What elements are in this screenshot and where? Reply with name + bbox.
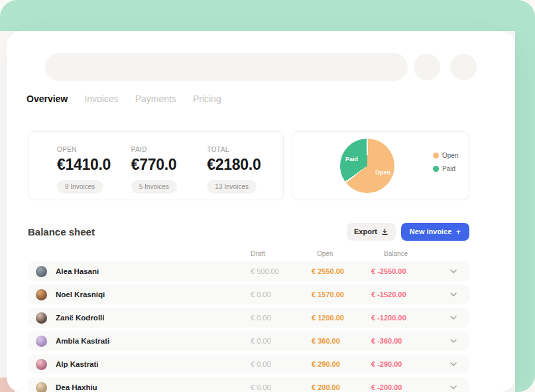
row-expand-chevron[interactable] bbox=[438, 339, 469, 343]
tab[interactable]: Invoices bbox=[84, 92, 118, 105]
table-row[interactable]: Alp Kastrati € 0.00 € 290.00 € -290.00 bbox=[28, 354, 469, 374]
stat-label: PAID bbox=[131, 146, 208, 153]
stat-invoice-count-badge: 5 Invoices bbox=[131, 180, 177, 194]
balance-sheet-header: Balance sheet Export New invoice + bbox=[28, 222, 469, 241]
balance-amount: € -200.00 bbox=[371, 383, 438, 391]
chevron-down-icon bbox=[450, 316, 457, 320]
open-amount: € 200.00 bbox=[312, 383, 371, 391]
draft-amount: € 0.00 bbox=[251, 314, 312, 322]
open-amount: € 1200.00 bbox=[312, 314, 371, 322]
row-expand-chevron[interactable] bbox=[438, 269, 469, 273]
plus-icon: + bbox=[455, 228, 461, 236]
legend-dot-icon bbox=[433, 153, 439, 159]
export-button-label: Export bbox=[354, 228, 377, 235]
open-amount: € 2550.00 bbox=[312, 267, 371, 275]
topbar-skeleton bbox=[45, 53, 477, 81]
pie-legend: Open Paid bbox=[433, 152, 458, 172]
draft-amount: € 0.00 bbox=[251, 337, 312, 345]
legend-label: Open bbox=[442, 152, 458, 159]
client-name: Alea Hasani bbox=[47, 267, 251, 275]
client-avatar bbox=[36, 359, 47, 370]
chevron-down-icon bbox=[450, 385, 457, 389]
row-expand-chevron[interactable] bbox=[438, 362, 469, 366]
stat-value: €1410.0 bbox=[57, 156, 131, 174]
pie-chart-card: Paid Open Open Paid bbox=[292, 131, 469, 200]
stat-invoice-count-badge: 8 Invoices bbox=[57, 180, 103, 194]
app-window-card: Overview Invoices Payments Pricing OPEN … bbox=[7, 31, 515, 392]
table-row[interactable]: Ambla Kastrati € 0.00 € 360.00 € -360.00 bbox=[28, 331, 469, 351]
balance-amount: € -290.00 bbox=[371, 360, 438, 368]
column-header-draft: Draft bbox=[251, 250, 312, 257]
page-canvas: Overview Invoices Payments Pricing OPEN … bbox=[0, 0, 535, 392]
row-expand-chevron[interactable] bbox=[438, 385, 469, 389]
pie-slice-label-paid: Paid bbox=[345, 156, 358, 163]
download-icon bbox=[381, 228, 388, 235]
stat-invoice-count-badge: 13 Invoices bbox=[207, 180, 257, 194]
client-avatar bbox=[36, 289, 47, 300]
open-amount: € 1570.00 bbox=[312, 291, 371, 298]
pie-slice-label-open: Open bbox=[375, 169, 390, 176]
column-header-open: Open bbox=[312, 250, 371, 257]
balance-amount: € -1200.00 bbox=[371, 314, 438, 322]
topbar-circle-button-1[interactable] bbox=[414, 54, 440, 80]
stat-label: TOTAL bbox=[207, 146, 283, 153]
balance-amount: € -1520.00 bbox=[371, 291, 438, 298]
legend-dot-icon bbox=[433, 166, 439, 172]
search-bar-placeholder[interactable] bbox=[45, 53, 408, 81]
legend-item: Open bbox=[433, 152, 458, 159]
draft-amount: € 0.00 bbox=[251, 383, 312, 391]
client-name: Dea Haxhiu bbox=[47, 383, 251, 391]
stat-value: €770.0 bbox=[131, 156, 208, 174]
export-button[interactable]: Export bbox=[347, 223, 396, 241]
stat-column: TOTAL €2180.0 13 Invoices bbox=[207, 146, 283, 200]
client-avatar bbox=[36, 266, 47, 277]
client-name: Noel Krasniqi bbox=[47, 291, 251, 298]
row-expand-chevron[interactable] bbox=[438, 316, 469, 320]
row-expand-chevron[interactable] bbox=[438, 293, 469, 296]
chevron-down-icon bbox=[450, 293, 457, 296]
topbar-circle-button-2[interactable] bbox=[450, 54, 477, 80]
stat-column: OPEN €1410.0 8 Invoices bbox=[57, 146, 131, 200]
table-row[interactable]: Dea Haxhiu € 0.00 € 200.00 € -200.00 bbox=[28, 377, 469, 392]
new-invoice-button-label: New invoice bbox=[410, 228, 452, 235]
chevron-down-icon bbox=[450, 362, 457, 366]
client-avatar bbox=[36, 336, 47, 347]
page-title: Balance sheet bbox=[28, 226, 95, 237]
column-header-balance: Balance bbox=[371, 250, 438, 257]
tab[interactable]: Payments bbox=[135, 92, 176, 105]
draft-amount: € 0.00 bbox=[251, 291, 312, 298]
client-name: Ambla Kastrati bbox=[47, 337, 251, 345]
tab[interactable]: Pricing bbox=[193, 92, 221, 105]
table-row[interactable]: Noel Krasniqi € 0.00 € 1570.00 € -1520.0… bbox=[28, 285, 469, 304]
client-avatar bbox=[36, 382, 47, 392]
chevron-down-icon bbox=[450, 269, 457, 273]
chevron-down-icon bbox=[450, 339, 457, 343]
new-invoice-button[interactable]: New invoice + bbox=[401, 223, 469, 241]
stat-column: PAID €770.0 5 Invoices bbox=[131, 146, 208, 200]
table-row[interactable]: Zanë Kodrolli € 0.00 € 1200.00 € -1200.0… bbox=[28, 308, 469, 328]
open-amount: € 290.00 bbox=[312, 360, 371, 368]
open-paid-pie-chart: Paid Open bbox=[340, 139, 394, 193]
legend-label: Paid bbox=[442, 165, 455, 172]
client-name: Zanë Kodrolli bbox=[47, 314, 251, 322]
tab-bar: Overview Invoices Payments Pricing bbox=[27, 92, 221, 105]
open-amount: € 360.00 bbox=[312, 337, 371, 345]
table-row[interactable]: Alea Hasani € 500.00 € 2550.00 € -2550.0… bbox=[28, 261, 469, 281]
invoice-stats-card: OPEN €1410.0 8 Invoices PAID €770.0 5 In… bbox=[28, 131, 284, 200]
draft-amount: € 0.00 bbox=[251, 360, 312, 368]
client-name: Alp Kastrati bbox=[47, 360, 251, 368]
legend-item: Paid bbox=[433, 165, 458, 172]
tab[interactable]: Overview bbox=[27, 92, 68, 105]
table-header-row: Draft Open Balance bbox=[28, 249, 469, 258]
balance-sheet-table: Alea Hasani € 500.00 € 2550.00 € -2550.0… bbox=[28, 261, 469, 392]
stat-value: €2180.0 bbox=[207, 156, 283, 174]
balance-amount: € -360.00 bbox=[371, 337, 438, 345]
balance-amount: € -2550.00 bbox=[371, 267, 438, 275]
draft-amount: € 500.00 bbox=[251, 267, 312, 275]
stat-label: OPEN bbox=[57, 146, 131, 153]
client-avatar bbox=[36, 312, 47, 324]
sheet-actions: Export New invoice + bbox=[347, 223, 469, 241]
